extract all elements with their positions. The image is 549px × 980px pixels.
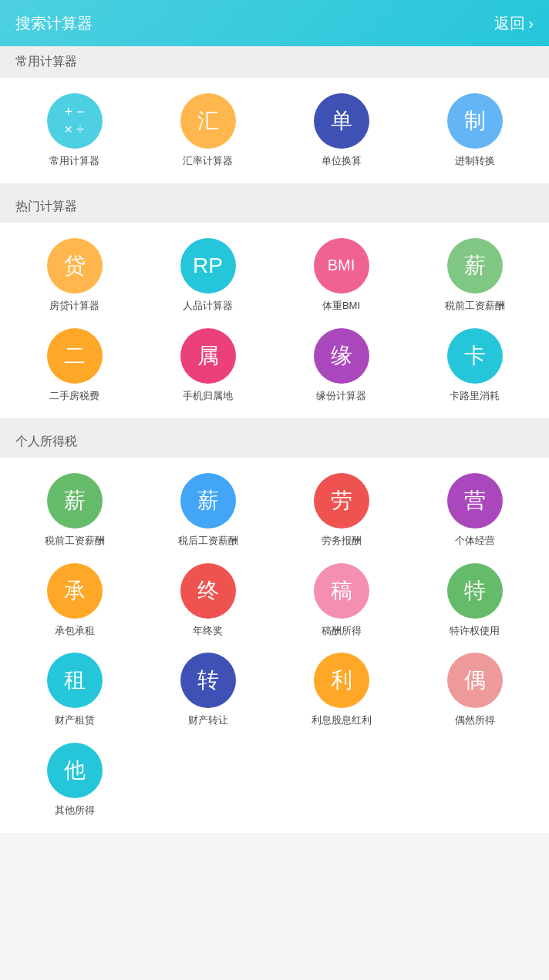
- icon-circle-aftertax-wage: 薪: [180, 473, 236, 529]
- calc-item-fate-calc[interactable]: 缘 缘份计算器: [274, 328, 408, 403]
- icon-circle-property-rent: 租: [47, 653, 103, 708]
- icon-text: 特: [464, 576, 486, 606]
- calc-item-royalty[interactable]: 稿 稿酬所得: [274, 563, 408, 638]
- icon-circle-personality: RP: [180, 238, 236, 294]
- icon-label-contract: 承包承租: [55, 625, 95, 638]
- calc-item-franchise[interactable]: 特 特许权使用: [408, 563, 541, 638]
- section-common-header: 常用计算器: [0, 46, 549, 78]
- calc-item-mortgage[interactable]: 贷 房贷计算器: [8, 238, 141, 313]
- section-hot-header: 热门计算器: [0, 191, 549, 223]
- math-icon: + −× ÷: [64, 103, 84, 139]
- icon-label-aftertax-wage: 税后工资薪酬: [178, 535, 238, 548]
- common-calc-grid: + −× ÷ 常用计算器 汇 汇率计算器 单 单位换算 制 进制转换: [0, 78, 549, 183]
- calc-item-pretax-salary[interactable]: 薪 税前工资薪酬: [408, 238, 541, 313]
- icon-label-occasional: 偶然所得: [455, 714, 495, 727]
- icon-label-bmi: 体重BMI: [322, 300, 360, 313]
- icon-circle-franchise: 特: [447, 563, 503, 619]
- icon-label-mortgage: 房贷计算器: [49, 300, 99, 313]
- icon-circle-other: 他: [47, 743, 103, 798]
- icon-text: RP: [193, 253, 223, 278]
- icon-label-calorie: 卡路里消耗: [450, 390, 500, 403]
- calc-item-personality[interactable]: RP 人品计算器: [141, 238, 274, 313]
- calc-item-property-rent[interactable]: 租 财产租赁: [8, 653, 141, 727]
- icon-text: 承: [64, 576, 86, 606]
- back-label: 返回: [494, 13, 525, 34]
- icon-text: 贷: [64, 251, 86, 280]
- icon-text: 薪: [464, 251, 486, 280]
- icon-text: 租: [64, 666, 86, 695]
- icon-text: BMI: [328, 257, 355, 274]
- icon-circle-occasional: 偶: [447, 653, 503, 708]
- icon-label-pretax-wage: 税前工资薪酬: [45, 535, 105, 548]
- icon-label-labor-reward: 劳务报酬: [322, 535, 362, 548]
- icon-circle-royalty: 稿: [314, 563, 369, 619]
- icon-text: 薪: [64, 486, 86, 515]
- calc-item-phone-attr[interactable]: 属 手机归属地: [141, 328, 274, 403]
- icon-circle-contract: 承: [47, 563, 103, 619]
- icon-text: 制: [464, 106, 486, 136]
- icon-circle-pretax-salary: 薪: [447, 238, 503, 294]
- icon-circle-phone-attr: 属: [180, 328, 236, 384]
- icon-text: 属: [197, 341, 219, 371]
- icon-circle-base-convert: 制: [447, 93, 503, 149]
- icon-text: 缘: [331, 341, 352, 371]
- icon-label-phone-attr: 手机归属地: [183, 390, 233, 403]
- icon-label-interest-dividend: 利息股息红利: [312, 714, 372, 727]
- icon-circle-self-employed: 营: [447, 473, 503, 529]
- icon-label-royalty: 稿酬所得: [322, 625, 362, 638]
- calc-item-property-transfer[interactable]: 转 财产转让: [141, 653, 274, 727]
- icon-circle-calorie: 卡: [447, 328, 503, 384]
- icon-label-personality: 人品计算器: [183, 300, 233, 313]
- calc-item-other[interactable]: 他 其他所得: [8, 743, 141, 817]
- separator-1: [0, 183, 549, 191]
- header-title: 搜索计算器: [15, 13, 93, 34]
- icon-text: 他: [64, 756, 86, 785]
- icon-circle-second-hand-tax: 二: [47, 328, 103, 384]
- icon-text: 汇: [197, 106, 219, 136]
- icon-text: 稿: [331, 576, 352, 606]
- icon-circle-mortgage: 贷: [47, 238, 103, 294]
- icon-text: 利: [331, 666, 352, 695]
- icon-circle-pretax-wage: 薪: [47, 473, 103, 529]
- icon-circle-fate-calc: 缘: [314, 328, 369, 384]
- icon-text: 单: [331, 106, 352, 136]
- calc-item-calorie[interactable]: 卡 卡路里消耗: [408, 328, 541, 403]
- icon-text: 营: [464, 486, 486, 515]
- icon-label-franchise: 特许权使用: [450, 625, 500, 638]
- icon-text: 偶: [464, 666, 486, 695]
- hot-calc-grid: 贷 房贷计算器 RP 人品计算器 BMI 体重BMI 薪 税前工资薪酬 二 二手…: [0, 223, 549, 418]
- icon-label-property-transfer: 财产转让: [188, 714, 228, 727]
- icon-label-property-rent: 财产租赁: [55, 714, 95, 727]
- calc-item-base-convert[interactable]: 制 进制转换: [408, 93, 541, 168]
- icon-circle-unit-convert: 单: [314, 93, 369, 149]
- icon-label-unit-convert: 单位换算: [322, 155, 362, 168]
- calc-item-labor-reward[interactable]: 劳 劳务报酬: [274, 473, 408, 548]
- icon-label-second-hand-tax: 二手房税费: [49, 390, 99, 403]
- icon-label-exchange-rate: 汇率计算器: [183, 155, 233, 168]
- icon-circle-interest-dividend: 利: [314, 653, 369, 708]
- icon-label-pretax-salary: 税前工资薪酬: [445, 300, 505, 313]
- icon-label-fate-calc: 缘份计算器: [316, 390, 366, 403]
- calc-item-contract[interactable]: 承 承包承租: [8, 563, 141, 638]
- calc-item-basic-calc[interactable]: + −× ÷ 常用计算器: [8, 93, 141, 168]
- icon-circle-property-transfer: 转: [180, 653, 236, 708]
- calc-item-unit-convert[interactable]: 单 单位换算: [274, 93, 408, 168]
- calc-item-year-bonus[interactable]: 终 年终奖: [141, 563, 274, 638]
- back-button[interactable]: 返回 ›: [494, 13, 534, 34]
- icon-text: 转: [197, 666, 219, 695]
- back-chevron: ›: [528, 15, 534, 32]
- icon-circle-basic-calc: + −× ÷: [47, 93, 103, 149]
- calc-item-occasional[interactable]: 偶 偶然所得: [408, 653, 541, 727]
- calc-item-pretax-wage[interactable]: 薪 税前工资薪酬: [8, 473, 141, 548]
- icon-circle-labor-reward: 劳: [314, 473, 369, 529]
- calc-item-self-employed[interactable]: 营 个体经营: [408, 473, 541, 548]
- icon-label-basic-calc: 常用计算器: [49, 155, 99, 168]
- separator-2: [0, 418, 549, 426]
- icon-circle-exchange-rate: 汇: [180, 93, 236, 149]
- calc-item-bmi[interactable]: BMI 体重BMI: [274, 238, 408, 313]
- icon-label-other: 其他所得: [55, 804, 95, 817]
- calc-item-interest-dividend[interactable]: 利 利息股息红利: [274, 653, 408, 727]
- calc-item-second-hand-tax[interactable]: 二 二手房税费: [8, 328, 141, 403]
- calc-item-exchange-rate[interactable]: 汇 汇率计算器: [141, 93, 274, 168]
- calc-item-aftertax-wage[interactable]: 薪 税后工资薪酬: [141, 473, 274, 548]
